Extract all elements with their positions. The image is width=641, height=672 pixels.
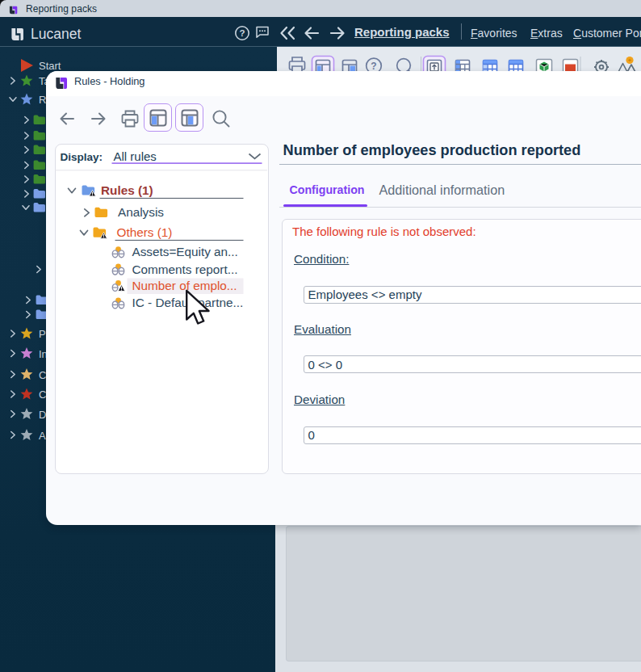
svg-text:Start: Start (39, 60, 61, 72)
svg-text:Assets=Equity an...: Assets=Equity an... (132, 245, 237, 258)
svg-text:Analysis: Analysis (118, 205, 164, 219)
svg-text:Rules (1): Rules (1) (101, 183, 153, 197)
svg-text:C: C (39, 369, 46, 381)
svg-text:?: ? (239, 28, 245, 38)
svg-text:?: ? (371, 61, 376, 72)
svg-text:D: D (39, 409, 46, 421)
svg-text:C: C (39, 388, 46, 401)
svg-text:Others (1): Others (1) (116, 225, 172, 239)
svg-text:Comments report...: Comments report... (132, 262, 237, 276)
svg-text:Display:: Display: (60, 151, 103, 163)
svg-text:A: A (39, 430, 46, 442)
svg-text:All rules: All rules (113, 149, 156, 163)
